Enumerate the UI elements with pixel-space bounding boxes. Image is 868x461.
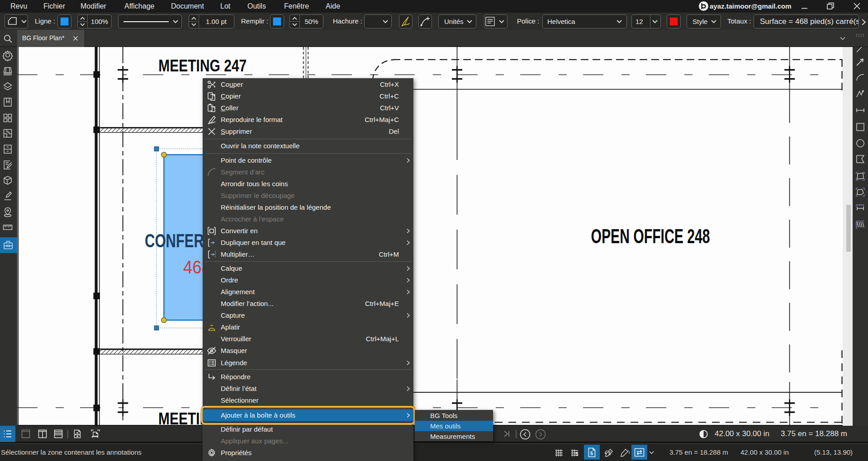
svg-text:MEETING 247: MEETING 247: [158, 56, 247, 75]
svg-text:5: 5: [590, 451, 593, 456]
svg-text:OPEN OFFICE 248: OPEN OFFICE 248: [591, 225, 710, 247]
svg-text:5: 5: [575, 451, 579, 457]
svg-text:5: 5: [608, 451, 611, 456]
